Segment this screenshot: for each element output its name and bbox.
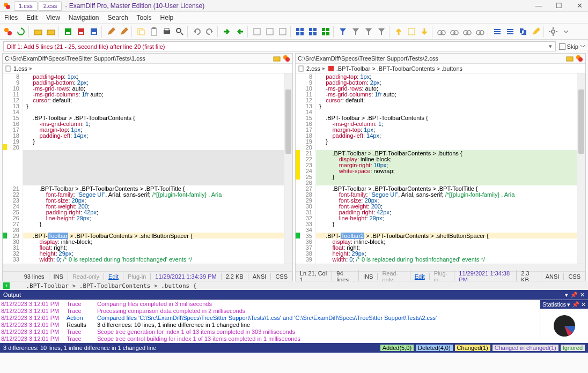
right-scrollbar-v[interactable]	[577, 73, 585, 264]
left-path: C:\Src\ExamDiff\Specs\TreeSitter Support…	[5, 55, 145, 62]
folder1-button[interactable]	[32, 26, 44, 38]
crumb-file[interactable]: 1.css	[13, 65, 27, 72]
file-icon[interactable]	[283, 55, 290, 62]
svg-rect-62	[299, 66, 303, 71]
svg-rect-33	[322, 32, 325, 35]
menu-navigation[interactable]: Navigation	[69, 14, 99, 21]
menu-tools[interactable]: Tools	[137, 14, 152, 21]
svg-rect-59	[567, 57, 573, 61]
up-button[interactable]	[393, 26, 405, 38]
clipboard-button[interactable]	[148, 26, 160, 38]
list-button[interactable]	[491, 26, 503, 38]
close-button[interactable]: ✕	[574, 2, 585, 10]
log-row: 8/12/2023 3:12:01 PMTraceScope tree cont…	[1, 335, 539, 342]
redo-button[interactable]	[204, 26, 216, 38]
edit-link[interactable]: Edit	[410, 273, 430, 280]
file-icon[interactable]	[576, 55, 583, 62]
dd-button[interactable]	[560, 26, 572, 38]
output-close-icon[interactable]: ✕	[580, 292, 585, 299]
folder2-button[interactable]	[45, 26, 57, 38]
edit-link[interactable]: Edit	[104, 273, 123, 280]
output-pin-icon[interactable]: 📌	[570, 292, 578, 299]
stats-panel: Statistics ▾ 📌 ✕	[540, 300, 588, 343]
skip-dropdown-icon[interactable]	[580, 44, 585, 49]
pane3-button[interactable]	[277, 26, 289, 38]
folder-icon[interactable]	[273, 55, 281, 62]
grid2-button[interactable]	[307, 26, 319, 38]
minimize-button[interactable]: —	[533, 2, 544, 10]
filter1-button[interactable]	[337, 26, 349, 38]
grid3-button[interactable]	[320, 26, 332, 38]
edit1-button[interactable]	[105, 26, 117, 38]
next-diff-button[interactable]	[221, 26, 233, 38]
down-button[interactable]	[418, 26, 430, 38]
doc-icon	[298, 65, 304, 72]
menu-help[interactable]: Help	[160, 14, 174, 21]
puzzle-button[interactable]	[517, 26, 529, 38]
svg-rect-15	[152, 27, 156, 29]
crumb-file[interactable]: 2.css	[306, 65, 320, 72]
svg-point-18	[177, 28, 181, 33]
print-button[interactable]	[161, 26, 173, 38]
find3-button[interactable]	[461, 26, 473, 38]
highlight-button[interactable]	[530, 26, 542, 38]
undo-button[interactable]	[191, 26, 203, 38]
window-tab-1[interactable]: 1.css	[14, 1, 38, 11]
titlebar: 1.css 2.css - ExamDiff Pro, Master Editi…	[0, 0, 588, 12]
legend-deleted[interactable]: Deleted(4,0)	[416, 345, 453, 351]
skip-checkbox[interactable]	[559, 43, 565, 50]
svg-rect-30	[313, 32, 317, 35]
menu-files[interactable]: Files	[4, 14, 18, 21]
filter3-button[interactable]	[363, 26, 374, 38]
edit2-button[interactable]	[118, 26, 130, 38]
diff-message[interactable]: Diff 1: Add 5 lines (21 - 25, second fil…	[3, 41, 556, 51]
svg-point-50	[552, 30, 555, 33]
filter2-button[interactable]	[350, 26, 362, 38]
maximize-button[interactable]: ☐	[554, 2, 564, 10]
align-button[interactable]	[504, 26, 516, 38]
compare-button[interactable]	[2, 26, 14, 38]
output-log[interactable]: 8/12/2023 3:12:01 PMTraceComparing files…	[0, 300, 540, 343]
svg-rect-21	[267, 28, 273, 35]
svg-rect-23	[296, 28, 299, 31]
save-button[interactable]	[62, 26, 74, 38]
legend-changed[interactable]: Changed(1)	[455, 345, 490, 351]
folder-icon[interactable]	[566, 55, 574, 62]
left-source[interactable]: padding-top: 1px; padding-bottom: 2px; -…	[23, 73, 284, 264]
find2-button[interactable]	[449, 26, 460, 38]
menu-search[interactable]: Search	[108, 14, 128, 21]
svg-point-57	[285, 57, 290, 62]
left-scrollbar-v[interactable]	[284, 73, 292, 264]
zoom-button[interactable]	[174, 26, 186, 38]
legend-ignored[interactable]: Ignored	[561, 345, 585, 351]
copy-button[interactable]	[135, 26, 147, 38]
menu-edit[interactable]: Edit	[26, 14, 38, 21]
prev-diff-button[interactable]	[234, 26, 246, 38]
legend-changed-in-changed[interactable]: Changed in changed(1)	[493, 345, 558, 351]
skip-label: Skip	[567, 43, 578, 50]
pane1-button[interactable]	[251, 26, 263, 38]
svg-rect-11	[92, 32, 96, 34]
save-all-button[interactable]	[88, 26, 100, 38]
dropdown-icon[interactable]: ▾	[549, 43, 552, 50]
svg-rect-24	[300, 28, 304, 31]
menubar: FilesEditViewNavigationSearchToolsHelp	[0, 12, 588, 24]
find4-button[interactable]	[474, 26, 486, 38]
svg-text:+: +	[5, 282, 8, 289]
find1-button[interactable]	[436, 26, 447, 38]
save-red-button[interactable]	[75, 26, 87, 38]
pane2-button[interactable]	[264, 26, 276, 38]
grid1-button[interactable]	[294, 26, 306, 38]
filter4-button[interactable]	[376, 26, 387, 38]
window-tab-2[interactable]: 2.css	[39, 1, 62, 11]
legend-added[interactable]: Added(5,0)	[380, 345, 414, 351]
settings-button[interactable]	[547, 26, 559, 38]
left-scrollbar-h[interactable]	[3, 264, 292, 271]
output-dropdown-icon[interactable]: ▾	[565, 292, 568, 299]
refresh-button[interactable]	[15, 26, 27, 38]
svg-rect-55	[274, 57, 280, 61]
menu-view[interactable]: View	[46, 14, 60, 21]
crumb-scope[interactable]: .BPT-Toolbar > .BPT-ToolbarContents > .b…	[336, 65, 462, 72]
right-source[interactable]: padding-top: 1px; padding-bottom: 2px; -…	[316, 73, 577, 264]
page-button[interactable]	[406, 26, 417, 38]
